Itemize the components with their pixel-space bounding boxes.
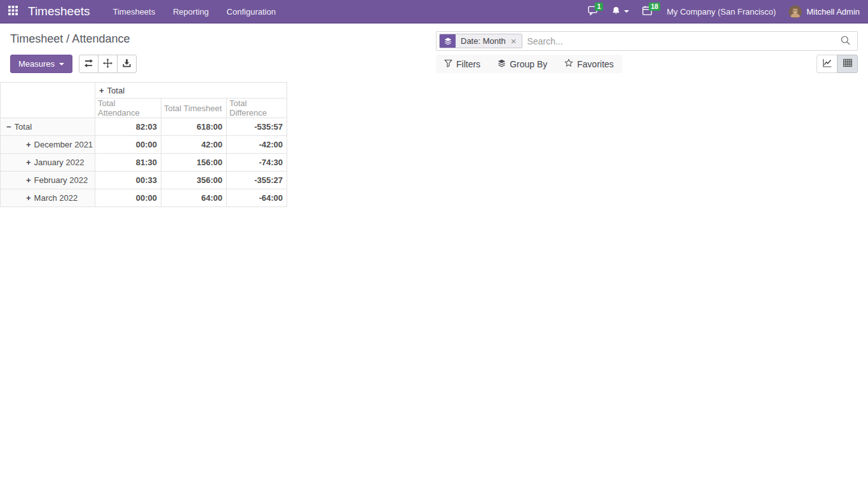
- pivot-row-december-2021: +December 2021 00:00 42:00 -42:00: [1, 136, 287, 154]
- pivot-row-march-2022: +March 2022 00:00 64:00 -64:00: [1, 189, 287, 207]
- layers-icon: [440, 34, 456, 48]
- funnel-icon: [444, 59, 452, 69]
- download-icon: [122, 58, 132, 70]
- pivot-grid-icon: [843, 58, 853, 70]
- chevron-down-icon: [59, 63, 64, 68]
- cell-value[interactable]: 00:00: [95, 189, 161, 207]
- bell-icon: [611, 6, 621, 18]
- facet-remove-icon[interactable]: ×: [511, 36, 517, 46]
- row-label-text: January 2022: [34, 158, 85, 167]
- cell-value[interactable]: 00:00: [95, 136, 161, 154]
- row-header-february-2022[interactable]: +February 2022: [1, 172, 95, 189]
- column-header-total-attendance[interactable]: Total Attendance: [95, 98, 161, 118]
- column-header-total-difference[interactable]: Total Difference: [227, 98, 287, 118]
- pivot-toolbar: Measures: [10, 55, 137, 73]
- row-label-text: Total: [15, 122, 32, 132]
- view-switcher: [817, 55, 858, 73]
- move-arrows-icon: [103, 58, 112, 70]
- cell-value[interactable]: -535:57: [227, 118, 287, 136]
- navbar: Timesheets Timesheets Reporting Configur…: [0, 0, 868, 24]
- pivot-row-total: −Total 82:03 618:00 -535:57: [1, 118, 287, 136]
- row-header-january-2022[interactable]: +January 2022: [1, 154, 95, 172]
- search-icon: [840, 35, 851, 48]
- favorites-button[interactable]: Favorites: [564, 58, 614, 69]
- row-header-december-2021[interactable]: +December 2021: [1, 136, 95, 154]
- expand-icon: +: [99, 86, 104, 95]
- column-header-total-timesheet[interactable]: Total Timesheet: [161, 98, 227, 118]
- apps-grid-icon: [8, 6, 18, 17]
- cell-value[interactable]: -355:27: [227, 172, 287, 189]
- expand-icon: +: [26, 158, 31, 167]
- cell-value[interactable]: -74:30: [227, 154, 287, 172]
- collapse-icon: −: [6, 122, 11, 132]
- measures-button-label: Measures: [18, 59, 55, 69]
- swap-arrows-icon: [84, 58, 93, 70]
- nav-menu-configuration[interactable]: Configuration: [218, 0, 285, 24]
- nav-menu-reporting[interactable]: Reporting: [164, 0, 217, 24]
- expand-all-button[interactable]: [98, 55, 118, 73]
- activities-badge: 18: [649, 3, 660, 11]
- column-group-label: Total: [107, 86, 125, 95]
- control-panel: Timesheet / Attendance Date: Month ×: [0, 24, 868, 82]
- row-header-march-2022[interactable]: +March 2022: [1, 189, 95, 207]
- filters-label: Filters: [456, 59, 480, 69]
- cell-value[interactable]: 42:00: [161, 136, 227, 154]
- search-facet-label: Date: Month: [461, 36, 506, 46]
- search-facet: Date: Month ×: [439, 34, 522, 48]
- activities-button[interactable]: 18: [635, 0, 659, 24]
- app-brand-title[interactable]: Timesheets: [26, 4, 95, 18]
- cell-value[interactable]: -64:00: [227, 189, 287, 207]
- messages-badge: 1: [595, 3, 603, 11]
- star-icon: [564, 58, 573, 69]
- notifications-button[interactable]: [605, 0, 635, 24]
- row-label-text: December 2021: [34, 140, 93, 149]
- nav-menu-timesheets[interactable]: Timesheets: [104, 0, 165, 24]
- expand-icon: +: [26, 175, 31, 185]
- pivot-row-january-2022: +January 2022 81:30 156:00 -74:30: [1, 154, 287, 172]
- row-header-total[interactable]: −Total: [1, 118, 95, 136]
- group-by-button[interactable]: Group By: [498, 59, 547, 69]
- row-label-text: March 2022: [34, 193, 78, 203]
- page-title: Timesheet / Attendance: [10, 32, 130, 46]
- user-name: Mitchell Admin: [806, 7, 860, 17]
- filters-button[interactable]: Filters: [444, 59, 480, 69]
- search-bar: Date: Month ×: [436, 31, 858, 51]
- pivot-column-group-total[interactable]: +Total: [95, 83, 287, 98]
- cell-value[interactable]: 156:00: [161, 154, 227, 172]
- cell-value[interactable]: 00:33: [95, 172, 161, 189]
- pivot-table: +Total Total Attendance Total Timesheet …: [0, 82, 287, 207]
- layers-icon: [498, 59, 506, 69]
- measures-button[interactable]: Measures: [10, 55, 72, 73]
- search-submit-button[interactable]: [834, 35, 857, 48]
- group-by-label: Group By: [510, 59, 547, 69]
- line-chart-view-button[interactable]: [817, 55, 837, 73]
- flip-axis-button[interactable]: [79, 55, 98, 73]
- apps-menu-button[interactable]: [0, 0, 26, 24]
- favorites-label: Favorites: [577, 59, 614, 69]
- cell-value[interactable]: 618:00: [161, 118, 227, 136]
- messages-button[interactable]: 1: [581, 0, 605, 24]
- avatar: [789, 5, 802, 18]
- cell-value[interactable]: 81:30: [95, 154, 161, 172]
- company-switcher[interactable]: My Company (San Francisco): [659, 0, 783, 24]
- pivot-view: +Total Total Attendance Total Timesheet …: [0, 82, 868, 207]
- expand-icon: +: [26, 193, 31, 203]
- line-chart-icon: [822, 58, 832, 70]
- pivot-corner-cell: [1, 83, 95, 118]
- main-menu: Timesheets Reporting Configuration: [104, 0, 285, 24]
- cell-value[interactable]: 82:03: [95, 118, 161, 136]
- row-label-text: February 2022: [34, 175, 88, 185]
- pivot-row-february-2022: +February 2022 00:33 356:00 -355:27: [1, 172, 287, 189]
- user-menu[interactable]: Mitchell Admin: [783, 0, 862, 24]
- cell-value[interactable]: -42:00: [227, 136, 287, 154]
- cell-value[interactable]: 356:00: [161, 172, 227, 189]
- search-options-bar: Filters Group By Favorites: [436, 55, 622, 73]
- cell-value[interactable]: 64:00: [161, 189, 227, 207]
- download-button[interactable]: [117, 55, 137, 73]
- expand-icon: +: [26, 140, 31, 149]
- pivot-view-button[interactable]: [837, 55, 858, 73]
- search-input[interactable]: [522, 36, 834, 46]
- chevron-down-icon: [624, 10, 629, 15]
